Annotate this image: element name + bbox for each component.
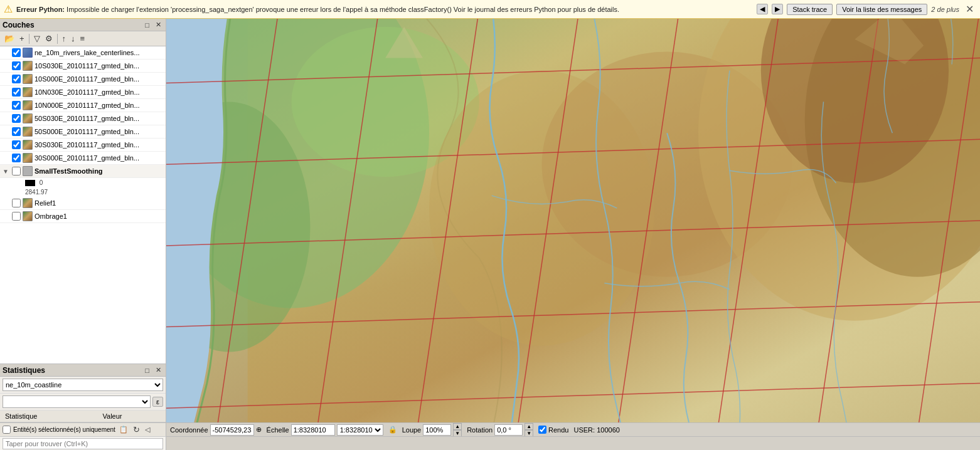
rotation-up-button[interactable]: ▲	[525, 423, 533, 430]
list-item[interactable]: Relief1	[0, 197, 166, 210]
layer-checkbox[interactable]	[12, 212, 21, 221]
error-count: 2 de plus	[931, 6, 959, 13]
stats-panel-header: Statistiques □ ✕	[0, 364, 166, 377]
shrink-button[interactable]: ◁	[144, 426, 151, 434]
close-error-button[interactable]: ✕	[963, 3, 976, 15]
bottom-area: Entité(s) sélectionnée(s) uniquement 📋 ↻…	[0, 422, 980, 450]
terrain-svg	[166, 19, 980, 422]
layer-checkbox[interactable]	[12, 127, 21, 136]
list-item[interactable]: 10S000E_20101117_gmted_bln...	[0, 73, 166, 86]
move-up-button[interactable]: ↑	[60, 33, 68, 44]
layer-list-padding	[0, 223, 166, 254]
layer-checkbox[interactable]	[12, 61, 21, 70]
map-bottom-pad	[166, 436, 980, 450]
rotation-label: Rotation	[467, 426, 493, 434]
magnifier-up-button[interactable]: ▲	[453, 423, 462, 430]
copy-icon-button[interactable]: 📋	[118, 426, 129, 434]
stack-trace-button[interactable]: Stack trace	[787, 4, 833, 15]
layer-name: 10N030E_20101117_gmted_bln...	[35, 88, 163, 96]
scroll-left-button[interactable]: ◀	[757, 4, 768, 14]
couches-close-button[interactable]: ✕	[154, 20, 163, 29]
layer-checkbox[interactable]	[12, 140, 21, 149]
layer-name: 10S030E_20101117_gmted_bln...	[35, 62, 163, 70]
render-checkbox[interactable]	[538, 426, 546, 434]
raster-layer-icon	[23, 211, 33, 221]
layer-name: 50S000E_20101117_gmted_bln...	[35, 128, 163, 135]
scale-input[interactable]	[291, 424, 335, 436]
search-input[interactable]	[3, 438, 163, 449]
list-item[interactable]: 30S030E_20101117_gmted_bln...	[0, 139, 166, 152]
stats-calc-button[interactable]: ε	[152, 397, 163, 407]
layer-name: 30S030E_20101117_gmted_bln...	[35, 141, 163, 149]
map-canvas[interactable]	[166, 19, 980, 422]
list-item-group[interactable]: ▼ SmallTestSmoothing	[0, 165, 166, 178]
rotation-input[interactable]	[494, 424, 523, 436]
stats-field-select-row: ε	[0, 394, 166, 411]
layer-name: SmallTestSmoothing	[35, 167, 163, 175]
raster-layer-icon	[23, 100, 33, 110]
layer-name: 50S030E_20101117_gmted_bln...	[35, 115, 163, 122]
list-item[interactable]: ne_10m_rivers_lake_centerlines...	[0, 46, 166, 60]
list-item[interactable]: 50S030E_20101117_gmted_bln...	[0, 112, 166, 125]
stats-table: Statistique Valeur	[0, 411, 166, 422]
list-item[interactable]: 10S030E_20101117_gmted_bln...	[0, 60, 166, 73]
stats-field-select[interactable]	[3, 395, 151, 408]
error-prefix: Erreur Python:	[16, 6, 65, 13]
toolbar-sep-1	[29, 34, 29, 44]
scroll-right-button[interactable]: ▶	[772, 4, 783, 14]
stats-close-button[interactable]: ✕	[154, 365, 163, 375]
coord-input[interactable]	[210, 424, 254, 436]
options-button[interactable]: ⚙	[43, 33, 55, 44]
layer-checkbox[interactable]	[12, 199, 21, 207]
layers-toolbar: 📂 + ▽ ⚙ ↑ ↓ ≡	[0, 31, 166, 46]
list-item[interactable]: Ombrage1	[0, 210, 166, 223]
coord-icon: ⊕	[256, 426, 262, 434]
refresh-button[interactable]: ↻	[132, 425, 141, 434]
raster-layer-icon	[23, 87, 33, 97]
list-item[interactable]: 50S000E_20101117_gmted_bln...	[0, 125, 166, 139]
magnifier-input[interactable]	[423, 424, 451, 436]
legend-value-item: 2841.97	[0, 187, 166, 197]
legend-swatch	[25, 180, 35, 186]
layer-checkbox[interactable]	[12, 75, 21, 83]
selected-only-checkbox[interactable]	[3, 426, 11, 434]
layer-checkbox[interactable]	[12, 88, 21, 97]
raster-layer-icon	[23, 61, 33, 71]
coord-label: Coordonnée	[170, 426, 208, 434]
view-messages-button[interactable]: Voir la liste des messages	[836, 4, 927, 15]
scale-label: Échelle	[267, 426, 289, 434]
layer-checkbox[interactable]	[12, 48, 21, 57]
filter-button[interactable]: ▽	[32, 33, 42, 44]
left-panel: Couches □ ✕ 📂 + ▽ ⚙ ↑ ↓ ≡	[0, 19, 166, 422]
magnifier-down-button[interactable]: ▼	[453, 430, 462, 437]
stats-maximize-button[interactable]: □	[143, 366, 151, 375]
move-down-button[interactable]: ↓	[69, 33, 77, 44]
stats-layer-select[interactable]: ne_10m_coastline	[3, 379, 163, 391]
stats-col-val: Valeur	[98, 411, 166, 422]
open-layer-button[interactable]: 📂	[3, 33, 16, 44]
layer-checkbox[interactable]	[12, 101, 21, 110]
vector-layer-icon	[23, 48, 33, 58]
warning-icon: ⚠	[4, 3, 13, 15]
search-bar	[0, 436, 166, 450]
stats-panel: Statistiques □ ✕ ne_10m_coastline ε	[0, 364, 166, 422]
scale-field: Échelle 1:8328010	[267, 424, 383, 436]
expand-button[interactable]: ≡	[78, 33, 87, 44]
list-item[interactable]: 10N000E_20101117_gmted_bln...	[0, 99, 166, 112]
scale-select[interactable]: 1:8328010	[337, 424, 383, 436]
couches-maximize-button[interactable]: □	[143, 21, 151, 29]
layer-checkbox[interactable]	[12, 167, 21, 175]
search-status-row: Entité(s) sélectionnée(s) uniquement 📋 ↻…	[0, 422, 980, 436]
rotation-down-button[interactable]: ▼	[525, 430, 533, 437]
list-item[interactable]: 30S000E_20101117_gmted_bln...	[0, 152, 166, 165]
add-layer-button[interactable]: +	[18, 33, 26, 44]
legend-max-value: 2841.97	[25, 189, 48, 196]
stats-panel-title: Statistiques	[3, 366, 45, 375]
expand-arrow[interactable]: ▼	[3, 168, 10, 175]
layer-checkbox[interactable]	[12, 154, 21, 162]
layer-checkbox[interactable]	[12, 114, 21, 123]
list-item[interactable]: 10N030E_20101117_gmted_bln...	[0, 86, 166, 99]
map-area[interactable]	[166, 19, 980, 422]
coord-field: Coordonnée ⊕	[170, 424, 262, 436]
layer-name: Relief1	[35, 199, 163, 207]
